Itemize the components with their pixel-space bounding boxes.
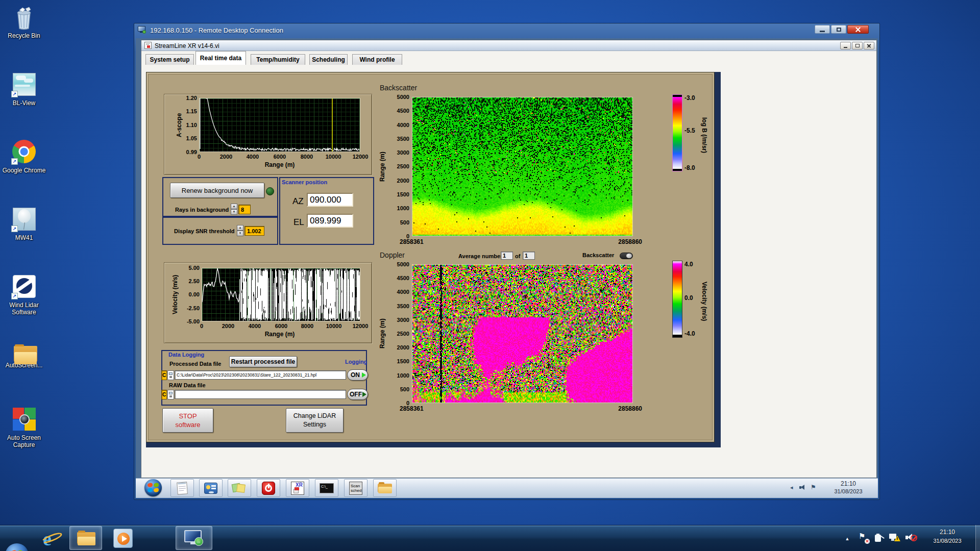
backscatter-heatmap [412, 97, 633, 236]
tray-hidden-icons-arrow[interactable]: ▲ [842, 534, 852, 544]
stop-software-button[interactable]: STOP software [162, 408, 213, 433]
rdp-minimize-button[interactable] [815, 25, 830, 34]
taskbar-clock-time[interactable]: 21:10 [929, 529, 966, 536]
axis-tick: 5000 [386, 94, 409, 101]
desktop-icon-label: Auto Screen Capture [0, 434, 48, 448]
taskbar-explorer[interactable] [69, 526, 102, 550]
app-titlebar[interactable] [141, 40, 876, 51]
axis-tick: 4000 [386, 122, 409, 129]
rdp-close-button[interactable] [847, 25, 869, 34]
tray-power-icon[interactable] [874, 533, 885, 543]
rays-value-field[interactable]: 8 [238, 205, 251, 214]
remote-hidden-icons-arrow[interactable]: ◂ [790, 484, 793, 491]
raw-browse-icon[interactable] [167, 390, 174, 399]
desktop-icon-mw41[interactable]: ↗ MW41 [0, 206, 48, 241]
desktop-icon-recycle-bin[interactable]: Recycle Bin [0, 4, 48, 39]
restart-processed-file-button[interactable]: Restart processed file [229, 356, 297, 367]
desktop-icon-label: Google Chrome [0, 167, 48, 174]
processed-drive-box[interactable]: C [161, 370, 167, 380]
axis-tick: 1000 [386, 372, 409, 379]
media-player-icon [113, 529, 133, 548]
raw-logging-toggle[interactable]: OFF [347, 389, 368, 400]
snr-threshold-label: Display SNR threshold [174, 228, 235, 234]
tab-temp-humidity[interactable]: Temp/humidity [251, 54, 305, 65]
tab-scheduling[interactable]: Scheduling [309, 54, 348, 65]
average-of-label: of [515, 253, 520, 259]
processed-path-field[interactable]: C:\Lidar\Data\Proc\2023\202308\20230831\… [175, 370, 346, 380]
doppler-y-axis-label: Range (m) [379, 264, 385, 403]
rdp-icon: ↔ [184, 530, 204, 546]
axis-tick: 8000 [296, 154, 318, 160]
raw-drive-box[interactable]: C [161, 390, 167, 399]
app-restore-button[interactable] [852, 42, 863, 49]
a-scope-plot[interactable] [199, 98, 360, 152]
remote-taskbar-sticky-notes[interactable] [228, 479, 251, 497]
remote-taskbar-shutdown[interactable] [257, 479, 280, 497]
doppler-x-end: 2858860 [596, 406, 642, 412]
change-lidar-settings-button[interactable]: Change LiDAR Settings [286, 408, 344, 433]
taskbar-media-player[interactable] [113, 529, 133, 548]
tab-real-time-data[interactable]: Real time data [195, 51, 246, 65]
remote-network-flag-icon[interactable]: ⚑ [811, 484, 816, 491]
remote-volume-icon[interactable] [799, 485, 806, 490]
average-number-field[interactable]: 1 [501, 252, 513, 260]
tab-label: System setup [150, 56, 189, 63]
close-icon [867, 43, 871, 48]
backscatter-header: Backscatter [380, 84, 417, 92]
remote-taskbar-explorer[interactable] [373, 479, 397, 497]
renew-background-button[interactable]: Renew background now [170, 183, 264, 198]
remote-taskbar-labview-xr[interactable]: XR [286, 479, 309, 497]
snr-spinner[interactable]: ▲▼ [237, 225, 243, 236]
rays-in-background-label: Rays in background [175, 207, 229, 213]
mw41-balloon-icon: ↗ [11, 206, 37, 233]
desktop-icon-wind-lidar[interactable]: ↗ Wind Lidar Software [0, 273, 48, 316]
axis-tick: 2000 [386, 178, 409, 184]
axis-tick: 12000 [349, 323, 372, 330]
average-total-field[interactable]: 1 [523, 252, 535, 260]
remote-clock-time[interactable]: 21:10 [832, 480, 865, 487]
tab-wind-profile[interactable]: Wind profile [352, 54, 402, 65]
remote-start-button[interactable] [144, 479, 162, 496]
snr-value-field[interactable]: 1.002 [244, 226, 264, 236]
rays-spinner[interactable]: ▲▼ [231, 204, 237, 215]
tab-label: Temp/humidity [256, 56, 299, 63]
app-minimize-button[interactable] [840, 42, 851, 49]
desktop-icon-google-chrome[interactable]: ↗ Google Chrome [0, 139, 48, 174]
desktop-icon-auto-screen-capture[interactable]: Auto Screen Capture [0, 406, 48, 448]
scan-icon-line2: sched [351, 488, 362, 493]
desktop-icon-autoscreen[interactable]: AutoScreen... [0, 341, 48, 369]
az-value-field[interactable]: 090.000 [307, 193, 353, 207]
taskbar-internet-explorer[interactable]: e [41, 528, 63, 549]
taskbar-clock-date[interactable]: 31/08/2023 [925, 537, 970, 544]
app-close-button[interactable] [864, 42, 874, 49]
remote-clock-date[interactable]: 31/08/2023 [828, 488, 869, 494]
remote-taskbar-scan-scheduler[interactable]: Scan sched [344, 479, 368, 497]
desktop-icon-bl-view[interactable]: ↗ BL-View [0, 71, 48, 107]
show-desktop-button[interactable] [975, 525, 980, 551]
axis-tick: 0 [190, 323, 213, 330]
tray-action-center-icon[interactable]: ⚑ ✕ [859, 532, 869, 544]
rdp-restore-button[interactable] [831, 25, 846, 34]
backscatter-toggle-label: Backscatter [582, 252, 614, 258]
tray-volume-muted-icon[interactable] [905, 533, 919, 544]
processed-logging-toggle[interactable]: ON [347, 369, 368, 381]
backscatter-colorbar [672, 94, 682, 171]
raw-path-field[interactable] [175, 390, 346, 399]
remote-taskbar-notepad[interactable] [170, 479, 194, 497]
remote-taskbar-command-prompt[interactable]: C:\_ [315, 479, 338, 497]
tray-network-icon[interactable] [889, 533, 901, 543]
taskbar-rdp[interactable]: ↔ [176, 526, 212, 550]
backscatter-toggle-switch[interactable] [620, 253, 633, 259]
toggle-state-label: ON [351, 371, 360, 379]
background-led-indicator [266, 187, 274, 195]
axis-tick: 500 [386, 386, 409, 393]
doppler-header: Doppler [380, 251, 405, 259]
processed-browse-icon[interactable] [167, 370, 174, 380]
velocity-plot [202, 268, 360, 321]
axis-tick: 4500 [386, 275, 409, 282]
el-value-field[interactable]: 089.999 [307, 214, 353, 228]
remote-taskbar-system-config[interactable] [199, 479, 223, 497]
auto-screen-capture-icon [11, 406, 37, 433]
labview-vi-icon [144, 42, 152, 49]
tab-system-setup[interactable]: System setup [145, 54, 194, 65]
